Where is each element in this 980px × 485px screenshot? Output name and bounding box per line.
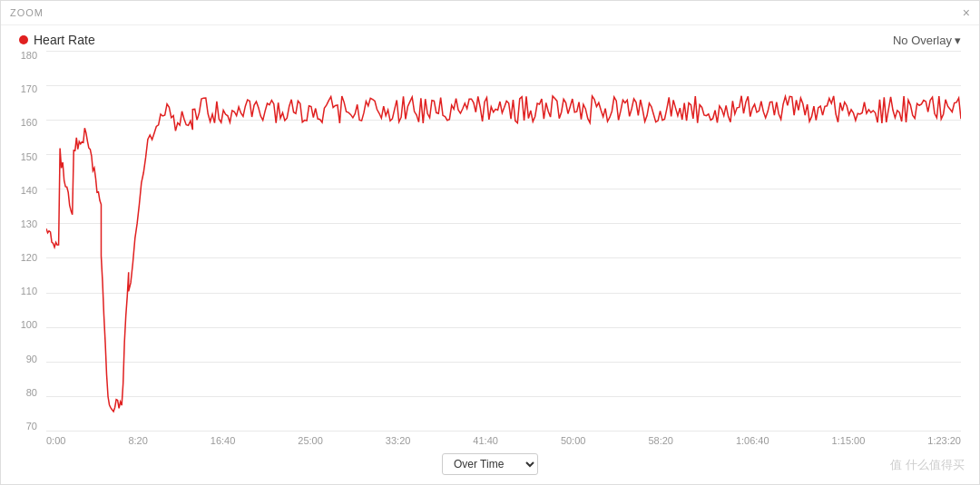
y-axis-label: 130 (1, 219, 42, 229)
x-axis-label: 16:40 (211, 435, 236, 446)
close-button[interactable]: × (963, 6, 970, 19)
x-axis-label: 1:15:00 (832, 435, 866, 446)
legend: Heart Rate (19, 33, 95, 47)
legend-dot (19, 35, 28, 44)
x-axis-label: 41:40 (473, 435, 498, 446)
chart-area: 180170160150140130120110100908070 (1, 51, 979, 432)
y-axis-label: 160 (1, 118, 42, 128)
y-axis-label: 140 (1, 186, 42, 196)
watermark: 值 什么值得买 (890, 457, 965, 473)
watermark-text: 什么值得买 (906, 457, 965, 473)
y-axis-label: 180 (1, 51, 42, 61)
bottom-controls: Over TimeLapsMiles (1, 450, 979, 479)
zoom-label: ZOOM (10, 7, 44, 18)
x-axis-label: 1:23:20 (927, 435, 961, 446)
overlay-arrow: ▾ (955, 34, 961, 47)
chart-header: Heart Rate No Overlay ▾ (1, 25, 979, 51)
heart-rate-line (46, 96, 961, 412)
zoom-window: ZOOM × Heart Rate No Overlay ▾ 180170160… (0, 0, 980, 485)
y-axis: 180170160150140130120110100908070 (1, 51, 42, 432)
legend-label: Heart Rate (34, 33, 95, 47)
y-axis-label: 170 (1, 84, 42, 94)
overlay-label: No Overlay (893, 34, 952, 47)
window-header: ZOOM × (1, 1, 979, 25)
overlay-dropdown[interactable]: No Overlay ▾ (893, 34, 961, 47)
heart-rate-chart (46, 51, 961, 432)
y-axis-label: 90 (1, 354, 42, 364)
watermark-icon: 值 (890, 457, 902, 473)
y-axis-label: 100 (1, 320, 42, 330)
x-axis-label: 1:06:40 (736, 435, 769, 446)
x-axis: 0:008:2016:4025:0033:2041:4050:0058:201:… (1, 432, 979, 450)
time-select[interactable]: Over TimeLapsMiles (442, 453, 538, 475)
y-axis-label: 150 (1, 152, 42, 162)
y-axis-label: 70 (1, 422, 42, 432)
x-axis-label: 0:00 (46, 435, 65, 446)
x-axis-label: 33:20 (386, 435, 411, 446)
y-axis-label: 80 (1, 388, 42, 398)
y-axis-label: 110 (1, 286, 42, 296)
x-axis-label: 8:20 (128, 435, 147, 446)
x-axis-label: 25:00 (298, 435, 323, 446)
y-axis-label: 120 (1, 253, 42, 263)
x-axis-label: 58:20 (648, 435, 673, 446)
x-axis-label: 50:00 (561, 435, 586, 446)
